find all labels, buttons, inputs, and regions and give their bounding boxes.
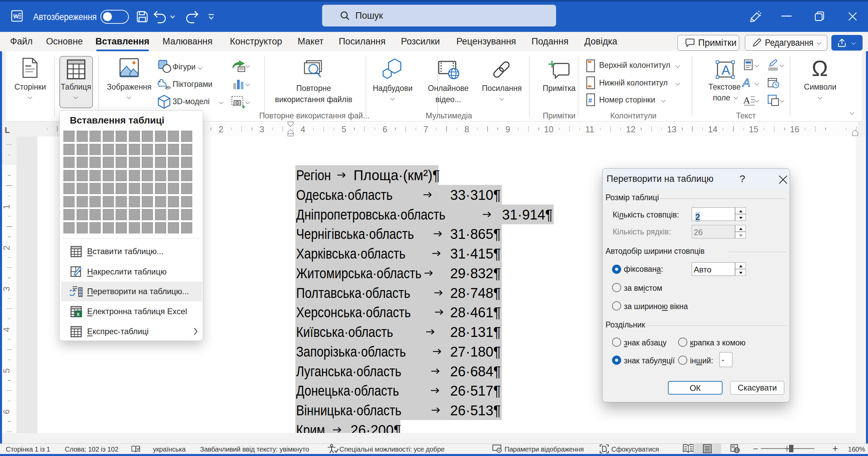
svg-text:x: x xyxy=(77,311,80,317)
svg-text:W: W xyxy=(13,13,19,20)
svg-text:A: A xyxy=(742,77,750,89)
svg-text:A: A xyxy=(743,95,750,106)
svg-text:#: # xyxy=(588,97,592,104)
svg-text:A: A xyxy=(722,63,730,77)
